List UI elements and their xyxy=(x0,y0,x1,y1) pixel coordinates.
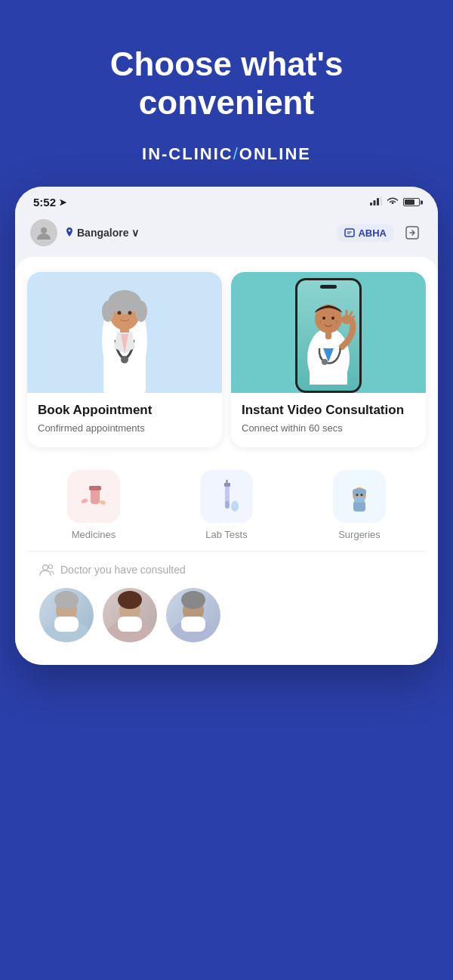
svg-point-35 xyxy=(99,500,106,505)
book-appointment-subtitle: Confirmed appointments xyxy=(38,422,211,435)
video-consultation-image xyxy=(231,272,426,393)
consulted-section: Doctor you have consulted xyxy=(27,551,426,653)
svg-point-47 xyxy=(43,565,48,570)
svg-rect-1 xyxy=(374,200,376,206)
svg-point-56 xyxy=(118,591,142,609)
book-appointment-info: Book Appointment Confirmed appointments xyxy=(27,393,222,447)
medicines-label: Medicines xyxy=(72,529,116,540)
book-appointment-card[interactable]: Book Appointment Confirmed appointments xyxy=(27,272,222,447)
in-clinic-text: IN-CLINIC xyxy=(142,144,233,163)
svg-rect-32 xyxy=(89,486,101,490)
location-arrow-icon: ➤ xyxy=(59,197,66,208)
chevron-down-icon: ∨ xyxy=(131,227,139,239)
svg-point-30 xyxy=(322,359,328,365)
svg-rect-44 xyxy=(354,496,365,502)
book-appointment-image xyxy=(27,272,222,393)
male-doctor-video-illustration xyxy=(298,286,359,385)
lab-tests-icon-container xyxy=(200,470,253,523)
status-icons xyxy=(370,196,420,208)
svg-rect-63 xyxy=(181,617,205,632)
abha-badge[interactable]: ABHA xyxy=(337,224,394,242)
surgeries-service[interactable]: Surgeries xyxy=(333,470,386,540)
status-bar: 5:52 ➤ xyxy=(15,187,438,215)
svg-rect-3 xyxy=(381,196,383,206)
service-cards-row: Book Appointment Confirmed appointments xyxy=(27,272,426,447)
svg-line-27 xyxy=(350,312,352,317)
wifi-icon xyxy=(387,196,399,208)
video-consultation-info: Instant Video Consultation Connect withi… xyxy=(231,393,426,447)
svg-point-40 xyxy=(231,501,239,512)
svg-point-14 xyxy=(102,301,114,322)
status-time: 5:52 ➤ xyxy=(33,196,66,209)
doctor-avatar-2[interactable] xyxy=(103,588,157,642)
signal-icon xyxy=(370,196,382,208)
online-text: ONLINE xyxy=(239,144,311,163)
svg-point-46 xyxy=(360,493,362,496)
svg-point-23 xyxy=(322,317,325,320)
surgeries-label: Surgeries xyxy=(338,529,381,540)
doctor-group-icon xyxy=(39,562,54,577)
surgeries-icon-container xyxy=(333,470,386,523)
consulted-header: Doctor you have consulted xyxy=(39,562,414,577)
abha-label: ABHA xyxy=(358,227,387,239)
medicines-service[interactable]: Medicines xyxy=(67,470,120,540)
lab-tests-label: Lab Tests xyxy=(205,529,247,540)
lab-tests-service[interactable]: Lab Tests xyxy=(200,470,253,540)
phone-header: Bangalore ∨ ABHA xyxy=(15,215,438,257)
svg-point-45 xyxy=(356,493,358,496)
svg-point-48 xyxy=(49,565,53,569)
book-appointment-title: Book Appointment xyxy=(38,402,211,419)
user-avatar[interactable] xyxy=(30,219,57,246)
clinic-online-badge: IN-CLINIC/ONLINE xyxy=(30,144,423,164)
svg-rect-43 xyxy=(353,501,365,512)
phone-content: Book Appointment Confirmed appointments xyxy=(15,257,438,665)
svg-rect-37 xyxy=(225,501,230,509)
hero-section: Choose what's convenient IN-CLINIC/ONLIN… xyxy=(0,0,453,187)
header-right: ABHA xyxy=(337,222,423,243)
svg-rect-42 xyxy=(353,489,366,495)
svg-point-51 xyxy=(54,591,79,609)
svg-point-24 xyxy=(331,317,334,320)
phone-frame: 5:52 ➤ xyxy=(15,187,438,665)
svg-point-17 xyxy=(128,311,132,315)
svg-point-61 xyxy=(181,591,205,609)
medicines-icon-container xyxy=(67,470,120,523)
video-consultation-card[interactable]: Instant Video Consultation Connect withi… xyxy=(231,272,426,447)
phone-mockup: 5:52 ➤ xyxy=(15,187,438,665)
doctor-avatars-row xyxy=(39,588,414,642)
svg-point-18 xyxy=(121,356,128,363)
svg-rect-5 xyxy=(345,229,354,236)
header-left: Bangalore ∨ xyxy=(30,219,139,246)
svg-rect-0 xyxy=(370,202,372,206)
slash-separator: / xyxy=(233,144,239,163)
svg-point-4 xyxy=(41,227,47,233)
hero-title: Choose what's convenient xyxy=(30,45,423,122)
doctor-avatar-1[interactable] xyxy=(39,588,94,642)
services-row: Medicines xyxy=(27,462,426,551)
battery-icon xyxy=(403,198,420,206)
location-text: Bangalore xyxy=(77,227,128,239)
svg-line-29 xyxy=(349,322,353,323)
svg-point-16 xyxy=(118,311,122,315)
svg-point-15 xyxy=(135,301,147,322)
location-badge[interactable]: Bangalore ∨ xyxy=(65,227,139,239)
svg-rect-38 xyxy=(224,483,230,487)
svg-rect-58 xyxy=(118,617,142,632)
login-icon[interactable] xyxy=(402,222,423,243)
video-consultation-title: Instant Video Consultation xyxy=(242,402,415,419)
consulted-label: Doctor you have consulted xyxy=(60,564,186,576)
female-doctor-illustration xyxy=(79,272,170,393)
svg-rect-2 xyxy=(377,198,379,206)
svg-rect-53 xyxy=(54,617,79,632)
video-consultation-subtitle: Connect within 60 secs xyxy=(242,422,415,435)
time-display: 5:52 xyxy=(33,196,56,209)
doctor-avatar-3[interactable] xyxy=(166,588,220,642)
